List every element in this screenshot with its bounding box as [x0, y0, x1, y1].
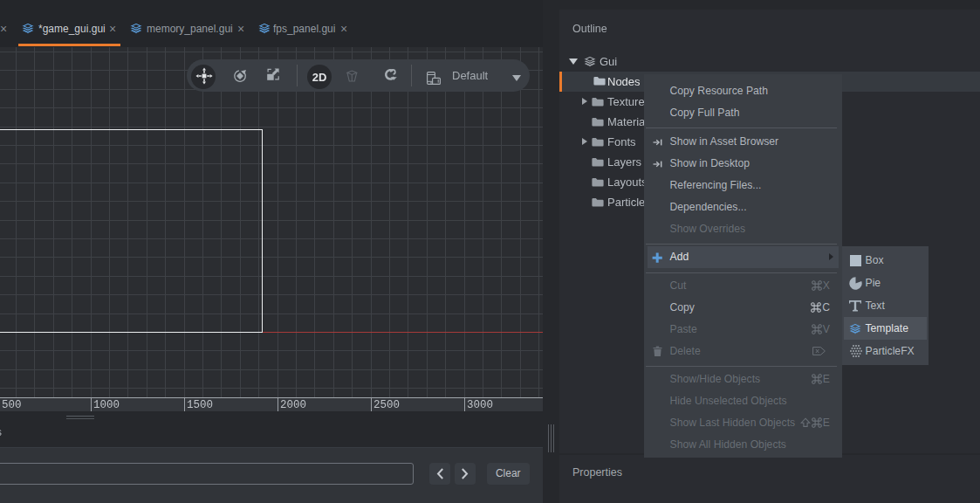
svg-text:2D: 2D [312, 70, 326, 83]
